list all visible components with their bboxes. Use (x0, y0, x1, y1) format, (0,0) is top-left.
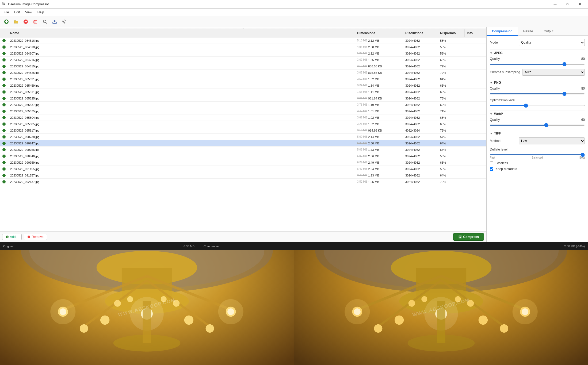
file-size: 1.56 MB 1.11 MB (355, 90, 403, 94)
original-size: 5.10 MB (357, 39, 367, 42)
tiff-section-header[interactable]: ▼ TIFF (490, 130, 585, 137)
webp-quality-slider[interactable] (490, 125, 585, 126)
header-risparmio[interactable]: Risparmio (438, 29, 465, 37)
svg-point-75 (421, 296, 427, 302)
table-row[interactable]: 20230529_084716.jpg 3.67 MB 1.35 MB 3024… (0, 57, 486, 63)
png-opt-slider[interactable] (490, 105, 585, 106)
table-row[interactable]: 20230529_085537.jpg 3.78 MB 1.19 MB 3024… (0, 102, 486, 108)
status-icon (0, 71, 8, 74)
open-folder-button[interactable] (12, 17, 20, 26)
close-button[interactable]: ✕ (574, 0, 586, 9)
menu-edit[interactable]: Edit (12, 9, 22, 15)
file-size: 3.67 MB 1.32 MB (355, 78, 403, 81)
table-row[interactable]: 20230529_085459.jpg 3.79 MB 1.34 MB 3024… (0, 82, 486, 89)
file-resolution: 3024x4032 (403, 71, 438, 74)
png-section-label: PNG (494, 81, 501, 84)
header-risoluzione[interactable]: Risoluzione (403, 29, 438, 37)
keep-metadata-label[interactable]: Keep Metadata (495, 167, 517, 171)
table-row[interactable]: 20230529_084815.jpg 3.12 MB 886.58 KB 30… (0, 63, 486, 70)
menu-file[interactable]: File (1, 9, 12, 15)
table-row[interactable]: 20230529_084607.jpg 5.09 MB 2.12 MB 3024… (0, 50, 486, 57)
file-table-header: Nome Dimensione Risoluzione Risparmio In… (0, 29, 486, 37)
table-row[interactable]: 20230529_090959.jpg 6.72 MB 2.49 MB 3024… (0, 159, 486, 166)
add-button[interactable] (2, 17, 11, 26)
svg-point-48 (161, 296, 167, 302)
compressed-size: 886.58 KB (368, 65, 382, 68)
table-row[interactable]: 20230529_084518.jpg 4.95 MB 2.08 MB 3024… (0, 44, 486, 50)
remove-button[interactable] (21, 17, 30, 26)
file-savings: 57% (438, 135, 465, 139)
file-savings: 64% (438, 78, 465, 81)
tab-output[interactable]: Output (538, 27, 559, 36)
jpeg-section-header[interactable]: ▼ JPEG (490, 49, 585, 57)
status-icon (0, 180, 8, 183)
mode-select[interactable]: Quality Lossless (519, 39, 585, 46)
table-row[interactable]: 20230529_091155.jpg 6.47 MB 2.94 MB 3024… (0, 166, 486, 172)
tiff-method-select[interactable]: Lzw Deflate None (519, 137, 585, 144)
header-nome[interactable]: Nome (8, 29, 355, 37)
png-quality-label: Quality (490, 87, 517, 90)
png-section-header[interactable]: ▼ PNG (490, 79, 585, 87)
file-savings: 73% (438, 97, 465, 100)
svg-point-35 (80, 324, 88, 333)
table-row[interactable]: 20230529_092137.jpg 3.52 MB 1.05 MB 3024… (0, 179, 486, 185)
add-files-label: Add... (10, 235, 18, 239)
table-row[interactable]: 20230529_085805.jpg 3.21 MB 1.02 MB 3024… (0, 121, 486, 127)
webp-section-header[interactable]: ▼ WebP (490, 110, 585, 118)
remove-files-button[interactable]: Remove (24, 234, 47, 240)
png-opt-label: Optimization level (490, 98, 517, 102)
file-name: 20230529_085805.jpg (8, 122, 355, 126)
maximize-button[interactable]: □ (561, 0, 574, 9)
table-row[interactable]: 20230529_090756.jpg 5.06 MB 1.73 MB 3024… (0, 147, 486, 153)
original-size: 3.79 MB (357, 84, 367, 87)
file-name: 20230529_091155.jpg (8, 167, 355, 171)
header-info[interactable]: Info (465, 29, 486, 37)
original-size: 6.33 MB (184, 245, 194, 248)
original-size: 3.61 MB (357, 97, 367, 100)
table-row[interactable]: 20230529_085021.jpg 3.67 MB 1.32 MB 3024… (0, 76, 486, 82)
table-row[interactable]: 20230529_090946.jpg 6.07 MB 2.66 MB 3024… (0, 153, 486, 159)
table-row[interactable]: 20230529_090738.jpg 5.00 MB 2.14 MB 3024… (0, 134, 486, 140)
original-size: 3.15 MB (357, 129, 367, 132)
table-row[interactable]: 20230529_084825.jpg 3.07 MB 875.86 KB 30… (0, 70, 486, 76)
export-button[interactable] (50, 17, 59, 26)
compressed-size: 2.12 MB (368, 52, 379, 55)
table-row[interactable]: 20230529_085575.jpg 3.47 MB 1.01 MB 3024… (0, 108, 486, 114)
lossless-label[interactable]: Lossless (495, 161, 508, 165)
table-row[interactable]: 20230529_085511.jpg 1.56 MB 1.11 MB 3024… (0, 89, 486, 95)
jpeg-quality-label: Quality (490, 57, 517, 61)
add-files-button[interactable]: Add... (2, 234, 22, 240)
table-row[interactable]: 20230529_085804.jpg 3.67 MB 1.02 MB 3024… (0, 114, 486, 121)
png-quality-slider[interactable] (490, 93, 585, 94)
original-size: 3.07 MB (357, 71, 367, 74)
clear-button[interactable] (31, 17, 40, 26)
deflate-slider[interactable] (490, 154, 585, 155)
file-name: 20230529_090747.jpg (8, 142, 355, 145)
settings-button[interactable] (60, 17, 68, 26)
chroma-select[interactable]: Auto 4:4:4 4:2:2 4:2:0 (522, 69, 585, 76)
table-row[interactable]: 20230529_085525.jpg 3.61 MB 981.84 KB 30… (0, 95, 486, 102)
keep-metadata-row: Keep Metadata (490, 167, 585, 171)
menu-view[interactable]: View (22, 9, 35, 15)
table-row[interactable]: 20230529_091257.jpg 3.40 MB 1.23 MB 3024… (0, 172, 486, 179)
title-bar: 🖼 Caesium Image Compressor — □ ✕ (0, 0, 588, 9)
table-row[interactable]: 20230529_085917.jpg 3.15 MB 914.95 KB 40… (0, 127, 486, 134)
table-row[interactable]: 20230529_084516.jpg 5.10 MB 2.12 MB 3024… (0, 37, 486, 44)
jpeg-arrow-icon: ▼ (490, 52, 492, 55)
search-button[interactable] (41, 17, 49, 26)
table-row[interactable]: 20230529_090747.jpg 6.33 MB 2.30 MB 3024… (0, 140, 486, 147)
status-icon (0, 78, 8, 81)
webp-arrow-icon: ▼ (490, 113, 492, 116)
minimize-button[interactable]: — (549, 0, 561, 9)
original-size: 5.06 MB (357, 148, 367, 151)
jpeg-quality-slider[interactable] (490, 64, 585, 65)
original-size: 3.67 MB (357, 116, 367, 119)
keep-metadata-checkbox[interactable] (490, 167, 493, 171)
compress-button[interactable]: Compress (453, 233, 484, 241)
tab-resize[interactable]: Resize (518, 27, 539, 36)
menu-help[interactable]: Help (35, 9, 47, 15)
tab-compression[interactable]: Compression (487, 27, 518, 36)
header-dimensione[interactable]: Dimensione (355, 29, 403, 37)
lossless-checkbox[interactable] (490, 162, 493, 165)
status-icon (0, 65, 8, 68)
